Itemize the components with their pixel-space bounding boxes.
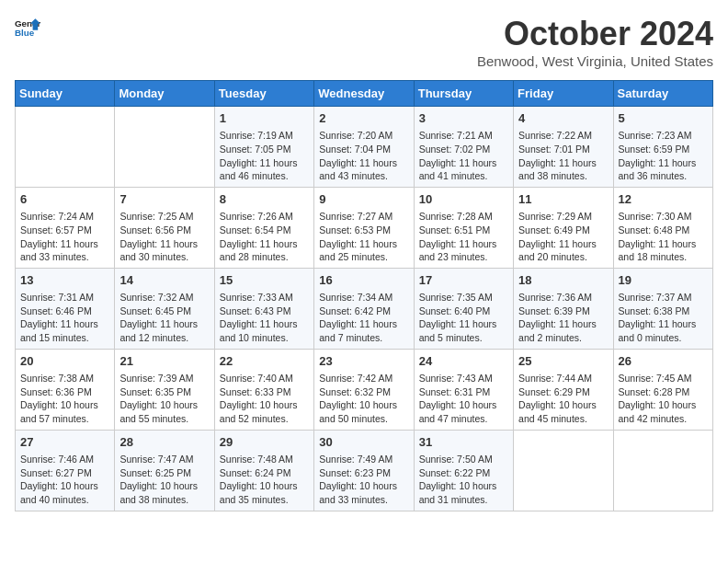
- calendar-cell: 13Sunrise: 7:31 AM Sunset: 6:46 PM Dayli…: [16, 268, 115, 349]
- day-info: Sunrise: 7:34 AM Sunset: 6:42 PM Dayligh…: [319, 291, 408, 345]
- calendar-cell: [514, 430, 613, 511]
- calendar-cell: 4Sunrise: 7:22 AM Sunset: 7:01 PM Daylig…: [514, 107, 613, 188]
- calendar-cell: 10Sunrise: 7:28 AM Sunset: 6:51 PM Dayli…: [414, 187, 513, 268]
- calendar-cell: 30Sunrise: 7:49 AM Sunset: 6:23 PM Dayli…: [314, 430, 414, 511]
- calendar-cell: 9Sunrise: 7:27 AM Sunset: 6:53 PM Daylig…: [314, 187, 414, 268]
- calendar-cell: 8Sunrise: 7:26 AM Sunset: 6:54 PM Daylig…: [214, 187, 313, 268]
- day-info: Sunrise: 7:46 AM Sunset: 6:27 PM Dayligh…: [20, 453, 109, 507]
- day-info: Sunrise: 7:38 AM Sunset: 6:36 PM Dayligh…: [20, 372, 109, 426]
- week-row-5: 27Sunrise: 7:46 AM Sunset: 6:27 PM Dayli…: [16, 430, 713, 511]
- day-info: Sunrise: 7:31 AM Sunset: 6:46 PM Dayligh…: [20, 291, 109, 345]
- day-number: 30: [319, 434, 408, 451]
- dow-header-friday: Friday: [514, 81, 613, 107]
- day-info: Sunrise: 7:30 AM Sunset: 6:48 PM Dayligh…: [619, 210, 708, 264]
- dow-header-wednesday: Wednesday: [314, 81, 414, 107]
- calendar-cell: 17Sunrise: 7:35 AM Sunset: 6:40 PM Dayli…: [414, 268, 513, 349]
- day-info: Sunrise: 7:42 AM Sunset: 6:32 PM Dayligh…: [319, 372, 408, 426]
- day-info: Sunrise: 7:40 AM Sunset: 6:33 PM Dayligh…: [220, 372, 309, 426]
- day-number: 1: [220, 110, 309, 127]
- calendar-cell: 7Sunrise: 7:25 AM Sunset: 6:56 PM Daylig…: [115, 187, 214, 268]
- day-number: 4: [518, 110, 608, 127]
- calendar-cell: 25Sunrise: 7:44 AM Sunset: 6:29 PM Dayli…: [514, 349, 613, 430]
- day-number: 14: [119, 272, 209, 289]
- dow-header-monday: Monday: [115, 81, 214, 107]
- dow-header-tuesday: Tuesday: [214, 81, 313, 107]
- day-info: Sunrise: 7:23 AM Sunset: 6:59 PM Dayligh…: [619, 129, 708, 183]
- day-info: Sunrise: 7:25 AM Sunset: 6:56 PM Dayligh…: [119, 210, 209, 264]
- day-info: Sunrise: 7:43 AM Sunset: 6:31 PM Dayligh…: [419, 372, 508, 426]
- week-row-4: 20Sunrise: 7:38 AM Sunset: 6:36 PM Dayli…: [16, 349, 713, 430]
- calendar-body: 1Sunrise: 7:19 AM Sunset: 7:05 PM Daylig…: [16, 107, 713, 511]
- calendar-cell: 28Sunrise: 7:47 AM Sunset: 6:25 PM Dayli…: [115, 430, 214, 511]
- day-number: 13: [20, 272, 109, 289]
- day-info: Sunrise: 7:27 AM Sunset: 6:53 PM Dayligh…: [319, 210, 408, 264]
- day-info: Sunrise: 7:19 AM Sunset: 7:05 PM Dayligh…: [220, 129, 309, 183]
- dow-header-sunday: Sunday: [16, 81, 115, 107]
- day-number: 2: [319, 110, 408, 127]
- calendar-cell: 26Sunrise: 7:45 AM Sunset: 6:28 PM Dayli…: [613, 349, 712, 430]
- day-info: Sunrise: 7:45 AM Sunset: 6:28 PM Dayligh…: [619, 372, 708, 426]
- day-info: Sunrise: 7:29 AM Sunset: 6:49 PM Dayligh…: [518, 210, 608, 264]
- calendar-cell: 16Sunrise: 7:34 AM Sunset: 6:42 PM Dayli…: [314, 268, 414, 349]
- day-info: Sunrise: 7:26 AM Sunset: 6:54 PM Dayligh…: [220, 210, 309, 264]
- calendar-cell: 6Sunrise: 7:24 AM Sunset: 6:57 PM Daylig…: [16, 187, 115, 268]
- day-number: 28: [119, 434, 209, 451]
- day-number: 21: [119, 353, 209, 370]
- calendar-cell: 12Sunrise: 7:30 AM Sunset: 6:48 PM Dayli…: [613, 187, 712, 268]
- day-info: Sunrise: 7:36 AM Sunset: 6:39 PM Dayligh…: [518, 291, 608, 345]
- day-info: Sunrise: 7:20 AM Sunset: 7:04 PM Dayligh…: [319, 129, 408, 183]
- calendar-cell: 1Sunrise: 7:19 AM Sunset: 7:05 PM Daylig…: [214, 107, 313, 188]
- day-info: Sunrise: 7:24 AM Sunset: 6:57 PM Dayligh…: [20, 210, 109, 264]
- day-number: 29: [220, 434, 309, 451]
- week-row-1: 1Sunrise: 7:19 AM Sunset: 7:05 PM Daylig…: [16, 107, 713, 188]
- day-info: Sunrise: 7:49 AM Sunset: 6:23 PM Dayligh…: [319, 453, 408, 507]
- calendar-cell: [613, 430, 712, 511]
- calendar-cell: 20Sunrise: 7:38 AM Sunset: 6:36 PM Dayli…: [16, 349, 115, 430]
- calendar-cell: 18Sunrise: 7:36 AM Sunset: 6:39 PM Dayli…: [514, 268, 613, 349]
- day-number: 9: [319, 191, 408, 208]
- day-number: 12: [619, 191, 708, 208]
- svg-text:Blue: Blue: [15, 28, 35, 38]
- day-info: Sunrise: 7:48 AM Sunset: 6:24 PM Dayligh…: [220, 453, 309, 507]
- day-info: Sunrise: 7:50 AM Sunset: 6:22 PM Dayligh…: [419, 453, 508, 507]
- day-number: 27: [20, 434, 109, 451]
- dow-header-saturday: Saturday: [613, 81, 712, 107]
- day-number: 31: [419, 434, 508, 451]
- week-row-2: 6Sunrise: 7:24 AM Sunset: 6:57 PM Daylig…: [16, 187, 713, 268]
- calendar-cell: 27Sunrise: 7:46 AM Sunset: 6:27 PM Dayli…: [16, 430, 115, 511]
- day-info: Sunrise: 7:32 AM Sunset: 6:45 PM Dayligh…: [119, 291, 209, 345]
- calendar-cell: 5Sunrise: 7:23 AM Sunset: 6:59 PM Daylig…: [613, 107, 712, 188]
- day-number: 23: [319, 353, 408, 370]
- day-number: 26: [619, 353, 708, 370]
- title-area: October 2024 Benwood, West Virginia, Uni…: [477, 15, 713, 69]
- day-number: 16: [319, 272, 408, 289]
- day-number: 6: [20, 191, 109, 208]
- day-info: Sunrise: 7:22 AM Sunset: 7:01 PM Dayligh…: [518, 129, 608, 183]
- location-title: Benwood, West Virginia, United States: [477, 53, 713, 69]
- calendar-cell: 3Sunrise: 7:21 AM Sunset: 7:02 PM Daylig…: [414, 107, 513, 188]
- day-number: 8: [220, 191, 309, 208]
- calendar-cell: 23Sunrise: 7:42 AM Sunset: 6:32 PM Dayli…: [314, 349, 414, 430]
- day-info: Sunrise: 7:28 AM Sunset: 6:51 PM Dayligh…: [419, 210, 508, 264]
- day-number: 17: [419, 272, 508, 289]
- day-info: Sunrise: 7:35 AM Sunset: 6:40 PM Dayligh…: [419, 291, 508, 345]
- day-info: Sunrise: 7:44 AM Sunset: 6:29 PM Dayligh…: [518, 372, 608, 426]
- calendar-cell: 21Sunrise: 7:39 AM Sunset: 6:35 PM Dayli…: [115, 349, 214, 430]
- day-number: 11: [518, 191, 608, 208]
- month-title: October 2024: [477, 15, 713, 53]
- page-header: General Blue October 2024 Benwood, West …: [15, 15, 713, 69]
- calendar-cell: 11Sunrise: 7:29 AM Sunset: 6:49 PM Dayli…: [514, 187, 613, 268]
- day-number: 10: [419, 191, 508, 208]
- calendar-cell: 2Sunrise: 7:20 AM Sunset: 7:04 PM Daylig…: [314, 107, 414, 188]
- day-number: 25: [518, 353, 608, 370]
- calendar-cell: 14Sunrise: 7:32 AM Sunset: 6:45 PM Dayli…: [115, 268, 214, 349]
- logo: General Blue: [15, 15, 40, 40]
- day-info: Sunrise: 7:21 AM Sunset: 7:02 PM Dayligh…: [419, 129, 508, 183]
- dow-header-thursday: Thursday: [414, 81, 513, 107]
- day-info: Sunrise: 7:47 AM Sunset: 6:25 PM Dayligh…: [119, 453, 209, 507]
- day-info: Sunrise: 7:33 AM Sunset: 6:43 PM Dayligh…: [220, 291, 309, 345]
- calendar-cell: [115, 107, 214, 188]
- day-number: 20: [20, 353, 109, 370]
- day-number: 3: [419, 110, 508, 127]
- calendar-cell: 19Sunrise: 7:37 AM Sunset: 6:38 PM Dayli…: [613, 268, 712, 349]
